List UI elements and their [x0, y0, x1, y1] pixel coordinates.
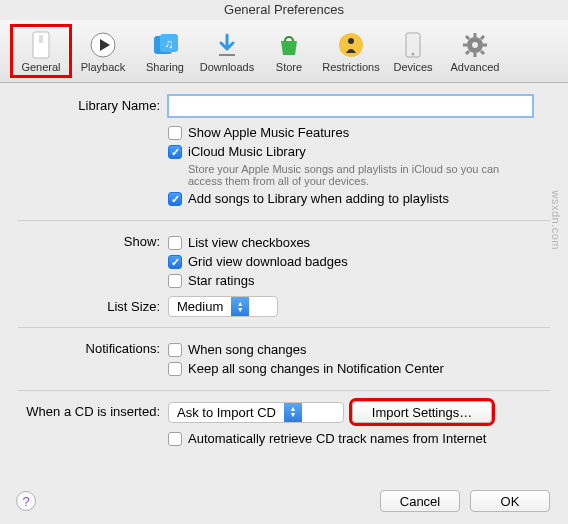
import-settings-button[interactable]: Import Settings…	[352, 401, 492, 423]
grid-view-label: Grid view download badges	[188, 254, 348, 269]
cd-inserted-label: When a CD is inserted:	[18, 401, 168, 419]
watermark-text: wsxdn.com	[550, 190, 562, 250]
keep-all-songs-checkbox[interactable]	[168, 362, 182, 376]
cd-action-select[interactable]: Ask to Import CD ▲▼	[168, 402, 344, 423]
footer: ? Cancel OK	[16, 490, 550, 512]
list-view-checkbox[interactable]	[168, 236, 182, 250]
list-size-select[interactable]: Medium ▲▼	[168, 296, 278, 317]
when-song-changes-label: When song changes	[188, 342, 307, 357]
notifications-label: Notifications:	[18, 338, 168, 356]
star-ratings-checkbox[interactable]	[168, 274, 182, 288]
grid-view-checkbox[interactable]	[168, 255, 182, 269]
toolbar-playback[interactable]: Playback	[72, 24, 134, 78]
add-songs-checkbox[interactable]	[168, 192, 182, 206]
preferences-toolbar: General Playback ♫ Sharing Downloads Sto…	[0, 20, 568, 83]
show-apple-music-checkbox[interactable]	[168, 126, 182, 140]
cd-action-value: Ask to Import CD	[169, 405, 284, 420]
parental-icon	[335, 29, 367, 61]
when-song-changes-checkbox[interactable]	[168, 343, 182, 357]
separator	[18, 390, 550, 391]
svg-point-9	[348, 38, 354, 44]
content-pane: Library Name: Show Apple Music Features …	[0, 83, 568, 464]
chevron-updown-icon: ▲▼	[231, 297, 249, 316]
bag-icon	[273, 29, 305, 61]
help-button[interactable]: ?	[16, 491, 36, 511]
toolbar-devices[interactable]: Devices	[382, 24, 444, 78]
icloud-help-text: Store your Apple Music songs and playlis…	[188, 163, 528, 187]
star-ratings-label: Star ratings	[188, 273, 254, 288]
toolbar-label: Downloads	[200, 61, 254, 73]
toolbar-label: Store	[276, 61, 302, 73]
svg-line-20	[466, 51, 469, 54]
toolbar-label: General	[21, 61, 60, 73]
play-icon	[87, 29, 119, 61]
switch-icon	[25, 29, 57, 61]
svg-point-8	[339, 33, 363, 57]
toolbar-label: Advanced	[451, 61, 500, 73]
ok-button[interactable]: OK	[470, 490, 550, 512]
svg-point-13	[472, 42, 478, 48]
chevron-updown-icon: ▲▼	[284, 403, 302, 422]
toolbar-general[interactable]: General	[10, 24, 72, 78]
cancel-button[interactable]: Cancel	[380, 490, 460, 512]
toolbar-label: Sharing	[146, 61, 184, 73]
icloud-library-label: iCloud Music Library	[188, 144, 306, 159]
gear-icon	[459, 29, 491, 61]
show-label: Show:	[18, 231, 168, 249]
separator	[18, 327, 550, 328]
list-size-value: Medium	[169, 299, 231, 314]
svg-line-21	[481, 36, 484, 39]
icloud-library-checkbox[interactable]	[168, 145, 182, 159]
library-name-label: Library Name:	[18, 95, 168, 113]
svg-point-11	[412, 53, 415, 56]
toolbar-label: Devices	[393, 61, 432, 73]
toolbar-restrictions[interactable]: Restrictions	[320, 24, 382, 78]
svg-rect-1	[39, 35, 43, 43]
svg-line-18	[466, 36, 469, 39]
separator	[18, 220, 550, 221]
toolbar-downloads[interactable]: Downloads	[196, 24, 258, 78]
auto-retrieve-label: Automatically retrieve CD track names fr…	[188, 431, 486, 446]
toolbar-label: Restrictions	[322, 61, 379, 73]
window-title: General Preferences	[0, 0, 568, 20]
toolbar-store[interactable]: Store	[258, 24, 320, 78]
svg-line-19	[481, 51, 484, 54]
svg-text:♫: ♫	[165, 37, 174, 51]
help-icon: ?	[22, 494, 29, 509]
list-size-label: List Size:	[18, 296, 168, 314]
library-name-input[interactable]	[168, 95, 533, 117]
add-songs-label: Add songs to Library when adding to play…	[188, 191, 449, 206]
keep-all-songs-label: Keep all song changes in Notification Ce…	[188, 361, 444, 376]
show-apple-music-label: Show Apple Music Features	[188, 125, 349, 140]
list-view-label: List view checkboxes	[188, 235, 310, 250]
toolbar-sharing[interactable]: ♫ Sharing	[134, 24, 196, 78]
toolbar-label: Playback	[81, 61, 126, 73]
auto-retrieve-checkbox[interactable]	[168, 432, 182, 446]
toolbar-advanced[interactable]: Advanced	[444, 24, 506, 78]
phone-icon	[397, 29, 429, 61]
download-icon	[211, 29, 243, 61]
music-note-icon: ♫	[149, 29, 181, 61]
